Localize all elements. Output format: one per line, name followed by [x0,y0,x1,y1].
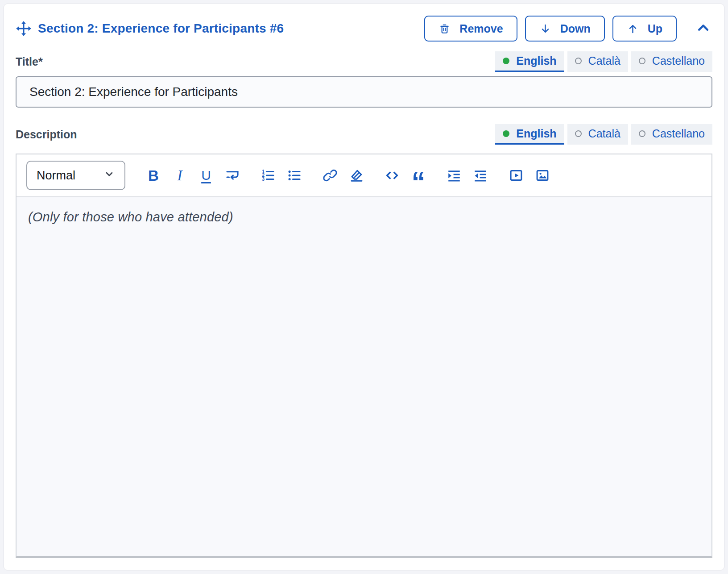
title-lang-tab-english[interactable]: English [495,51,564,72]
insert-video-button[interactable] [509,166,524,184]
editor-content-area[interactable]: (Only for those who have attended) [17,197,711,556]
indent-increase-icon [447,168,462,183]
chevron-up-icon [696,21,711,37]
remove-button[interactable]: Remove [424,16,517,42]
link-group [323,166,364,184]
title-input[interactable] [16,76,712,108]
up-button-label: Up [648,22,662,35]
unselected-language-circle-icon [575,58,582,64]
title-label: Title* [16,55,43,68]
ordered-list-icon: 1 2 3 [261,168,276,183]
indent-decrease-button[interactable] [473,166,488,184]
text-wrap-icon [225,168,240,183]
rich-text-editor: Normal B I U [16,154,712,558]
section-card: Section 2: Experience for Participants #… [4,4,724,570]
link-button[interactable] [323,166,338,184]
section-title[interactable]: Section 2: Experience for Participants #… [38,21,284,36]
text-wrap-button[interactable] [225,166,240,184]
arrow-down-icon [539,23,551,35]
underline-icon: U [201,169,211,182]
italic-icon: I [177,168,182,183]
trash-icon [438,23,451,35]
title-lang-tab-castellano[interactable]: Castellano [631,51,712,72]
eraser-icon [349,168,364,183]
arrow-up-icon [627,23,639,35]
title-field-row: Title* English Català Castellano [16,51,712,72]
language-label: English [516,54,556,67]
language-label: Català [588,54,620,67]
media-group [509,166,550,184]
list-group: 1 2 3 [261,166,302,184]
video-icon [509,168,524,183]
unselected-language-circle-icon [575,130,582,137]
clear-format-button[interactable] [349,166,364,184]
description-lang-tab-english[interactable]: English [495,124,564,145]
bullet-list-button[interactable] [287,166,302,184]
description-lang-tab-castellano[interactable]: Castellano [631,124,712,145]
collapse-section-button[interactable] [694,19,712,38]
code-view-button[interactable] [385,166,400,184]
bold-button[interactable]: B [146,166,161,184]
editor-text: (Only for those who have attended) [28,210,700,225]
image-icon [535,168,550,183]
insert-image-button[interactable] [535,166,550,184]
text-style-group: B I U [146,166,240,184]
section-header: Section 2: Experience for Participants #… [16,16,712,42]
editor-toolbar: Normal B I U [17,154,711,197]
selected-language-dot-icon [503,58,509,64]
description-language-tabs: English Català Castellano [495,124,712,145]
format-select-value: Normal [37,169,75,183]
description-label: Description [16,128,77,141]
ordered-list-button[interactable]: 1 2 3 [261,166,276,184]
indent-decrease-icon [473,168,488,183]
format-select[interactable]: Normal [26,161,125,190]
down-button-label: Down [560,22,591,35]
quote-icon: “ [412,175,426,188]
language-label: Castellano [652,54,705,67]
unselected-language-circle-icon [639,130,645,137]
bold-icon: B [148,168,159,183]
move-down-button[interactable]: Down [525,16,605,42]
language-label: Català [588,127,620,140]
header-actions: Remove Down Up [424,16,712,42]
language-label: Castellano [652,127,705,140]
chevron-down-icon [103,168,115,183]
link-icon [323,168,338,183]
remove-button-label: Remove [459,22,503,35]
underline-button[interactable]: U [199,166,214,184]
indent-group [447,166,488,184]
blockquote-button[interactable]: “ [411,166,426,184]
language-label: English [516,127,556,140]
code-quote-group: “ [385,166,426,184]
drag-handle-icon[interactable] [16,21,32,37]
italic-button[interactable]: I [172,166,187,184]
description-field-row: Description English Català Castellano [16,124,712,145]
title-lang-tab-catala[interactable]: Català [567,51,628,72]
indent-increase-button[interactable] [447,166,462,184]
svg-text:3: 3 [262,177,265,182]
unselected-language-circle-icon [639,58,645,64]
move-up-button[interactable]: Up [612,16,677,42]
code-icon [385,168,400,183]
bullet-list-icon [287,168,302,183]
title-language-tabs: English Català Castellano [495,51,712,72]
selected-language-dot-icon [503,130,509,137]
description-lang-tab-catala[interactable]: Català [567,124,628,145]
